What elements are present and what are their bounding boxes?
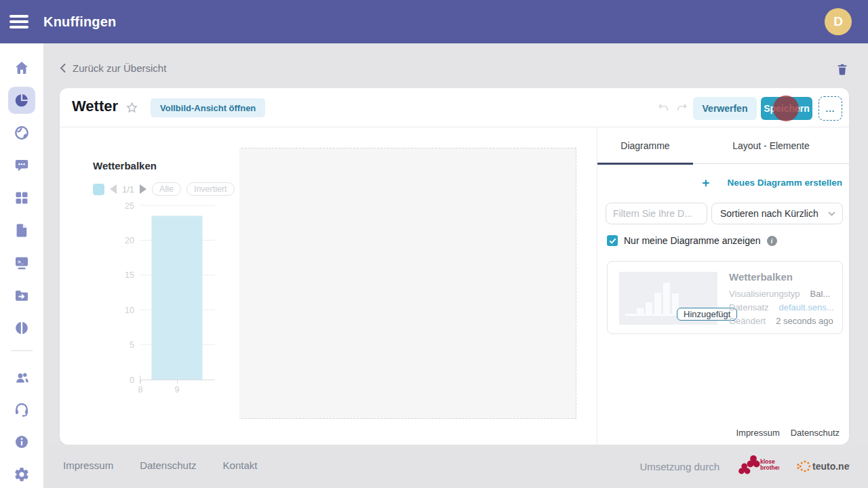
save-button[interactable]: Speichern xyxy=(761,97,812,120)
app-title: Knuffingen xyxy=(43,14,117,30)
diagram-item-title: Wetterbalken xyxy=(729,271,793,283)
app-window: Knuffingen D >_ Zurück zur Übersicht Wet… xyxy=(0,0,868,488)
check-icon xyxy=(609,238,616,244)
chevron-left-icon xyxy=(60,63,66,73)
editor-card: Wetter Vollbild-Ansicht öffnen Verwerfen… xyxy=(60,88,849,445)
modified-row: Geändert 2 seconds ago xyxy=(729,316,833,326)
footer-datenschutz-link[interactable]: Datenschutz xyxy=(140,460,196,471)
page-footer: Impressum Datenschutz Kontakt Umsetzung … xyxy=(43,445,868,488)
chart-widget-controls: 1/1 Alle Invertiert xyxy=(93,182,235,196)
split-pie-icon[interactable] xyxy=(14,320,30,336)
redo-icon[interactable] xyxy=(675,102,689,115)
create-diagram-link[interactable]: + Neues Diagramm erstellen xyxy=(702,176,842,189)
added-badge: Hinzugefügt xyxy=(677,308,737,321)
plus-icon: + xyxy=(702,176,709,189)
footer-credits: Umsetzung durch klose brothers teuto.net xyxy=(639,453,850,480)
svg-text:0: 0 xyxy=(130,375,134,385)
svg-text:5: 5 xyxy=(130,340,134,350)
svg-text:teuto.net: teuto.net xyxy=(812,461,850,472)
page-indicator: 1/1 xyxy=(122,184,134,195)
sort-dropdown[interactable]: Sortieren nach Kürzlich xyxy=(711,203,843,224)
comments-icon[interactable] xyxy=(14,157,30,174)
globe-icon[interactable] xyxy=(14,125,30,141)
dataset-link[interactable]: default.sens... xyxy=(779,302,834,312)
invert-button[interactable]: Invertiert xyxy=(186,182,235,196)
tab-layout-elemente[interactable]: Layout - Elemente xyxy=(693,127,849,163)
only-mine-row: Nur meine Diagramme anzeigen i xyxy=(607,235,777,246)
svg-text:8: 8 xyxy=(138,385,143,394)
more-options-button[interactable]: ... xyxy=(818,96,842,121)
dashboard-grid-icon[interactable] xyxy=(14,190,30,206)
dashboard-title: Wetter xyxy=(72,98,118,115)
diagram-panel: Diagramme Layout - Elemente + Neues Diag… xyxy=(597,127,849,445)
bar-chart: 051015202589 xyxy=(92,200,229,403)
only-mine-label: Nur meine Diagramme anzeigen xyxy=(624,235,761,246)
support-headset-icon[interactable] xyxy=(14,401,30,418)
diagram-type-value: Bal... xyxy=(810,289,831,299)
chart-widget-title: Wetterbalken xyxy=(93,160,157,171)
teuto-net-logo[interactable]: teuto.net xyxy=(797,458,850,474)
hamburger-menu-icon[interactable] xyxy=(9,15,28,28)
legend-swatch[interactable] xyxy=(93,184,104,195)
terminal-icon[interactable]: >_ xyxy=(14,255,30,271)
modified-label: Geändert xyxy=(729,316,766,326)
diagram-list-item[interactable]: Hinzugefügt Wetterbalken Visualisierungs… xyxy=(607,261,843,334)
info-icon[interactable]: i xyxy=(767,236,777,246)
chart-widget[interactable]: Wetterbalken 1/1 Alle Invertiert 0510152… xyxy=(81,148,239,419)
topbar: Knuffingen D xyxy=(0,0,868,43)
panel-impressum-link[interactable]: Impressum xyxy=(736,428,779,438)
chevron-down-icon xyxy=(828,211,835,216)
panel-datenschutz-link[interactable]: Datenschutz xyxy=(791,428,840,438)
sidebar-divider xyxy=(11,350,33,351)
only-mine-checkbox[interactable] xyxy=(607,235,618,246)
svg-text:10: 10 xyxy=(125,306,134,315)
panel-footer-links: Impressum Datenschutz xyxy=(736,428,840,438)
info-icon[interactable] xyxy=(14,434,30,450)
diagram-type-label: Visualisierungstyp xyxy=(729,289,800,299)
user-avatar[interactable]: D xyxy=(825,8,852,35)
settings-gear-icon[interactable] xyxy=(14,466,30,483)
filter-all-button[interactable]: Alle xyxy=(152,182,181,196)
dataset-label: Datensatz xyxy=(729,302,769,312)
modified-value: 2 seconds ago xyxy=(776,316,833,326)
dataset-row: Datensatz default.sens... xyxy=(729,302,834,312)
tab-diagramme[interactable]: Diagramme xyxy=(597,127,693,163)
discard-button[interactable]: Verwerfen xyxy=(693,97,757,120)
fullscreen-button[interactable]: Vollbild-Ansicht öffnen xyxy=(151,98,265,117)
home-icon[interactable] xyxy=(14,60,30,76)
footer-kontakt-link[interactable]: Kontakt xyxy=(223,460,258,471)
svg-text:9: 9 xyxy=(175,385,180,394)
delete-trash-icon[interactable] xyxy=(835,62,849,77)
klose-brothers-logo[interactable]: klose brothers xyxy=(737,455,779,478)
svg-text:25: 25 xyxy=(125,201,134,211)
back-link[interactable]: Zurück zur Übersicht xyxy=(60,62,166,74)
favorite-star-icon[interactable] xyxy=(125,101,139,115)
panel-tabs: Diagramme Layout - Elemente xyxy=(597,127,849,164)
footer-impressum-link[interactable]: Impressum xyxy=(63,460,113,471)
export-folder-icon[interactable] xyxy=(14,287,30,304)
svg-text:20: 20 xyxy=(125,236,134,245)
filter-input[interactable] xyxy=(606,203,707,224)
svg-text:>_: >_ xyxy=(18,259,24,265)
sort-dropdown-value: Sortieren nach Kürzlich xyxy=(720,208,818,219)
sidebar: >_ xyxy=(0,43,43,488)
users-icon[interactable] xyxy=(14,369,30,386)
credit-label: Umsetzung durch xyxy=(639,461,719,472)
diagram-type-row: Visualisierungstyp Bal... xyxy=(729,289,830,299)
svg-text:15: 15 xyxy=(125,270,134,280)
pie-chart-icon[interactable] xyxy=(14,92,30,108)
back-link-label: Zurück zur Übersicht xyxy=(73,62,166,74)
footer-links: Impressum Datenschutz Kontakt xyxy=(63,460,257,471)
undo-icon[interactable] xyxy=(656,102,670,115)
editor-header: Wetter Vollbild-Ansicht öffnen Verwerfen… xyxy=(60,88,849,127)
svg-text:brothers: brothers xyxy=(760,464,779,471)
document-icon[interactable] xyxy=(14,222,30,239)
page-next-icon[interactable] xyxy=(140,184,146,194)
create-diagram-label: Neues Diagramm erstellen xyxy=(727,178,842,188)
page-prev-icon[interactable] xyxy=(110,184,117,194)
